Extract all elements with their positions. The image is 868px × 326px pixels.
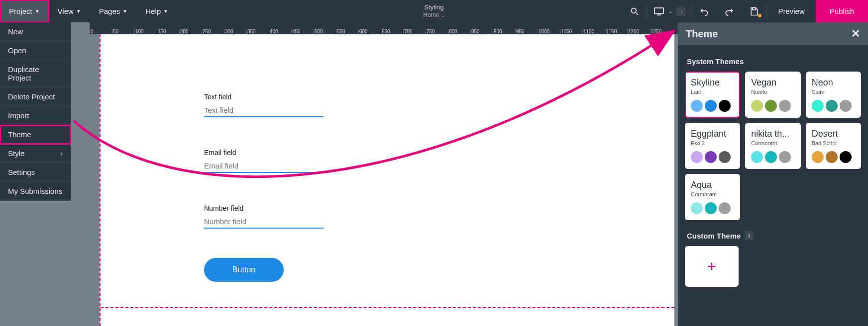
info-badge: i: [676, 7, 685, 16]
topbar-right: ⌄ i Preview Publish: [622, 0, 868, 22]
swatch: [779, 151, 791, 163]
theme-swatches: [751, 100, 794, 112]
swatch: [826, 100, 838, 112]
dropdown-item-delete-project[interactable]: Delete Project: [0, 87, 71, 106]
theme-card-neon[interactable]: NeonCairo: [806, 72, 861, 118]
swatch: [765, 151, 777, 163]
preview-button[interactable]: Preview: [767, 0, 815, 22]
email-field-input[interactable]: [204, 160, 324, 173]
theme-font: Nunito: [751, 89, 794, 95]
number-field-input[interactable]: [204, 215, 324, 229]
text-field-input[interactable]: [204, 104, 324, 117]
theme-card-aqua[interactable]: AquaCormorant: [685, 174, 740, 220]
email-field-group: Email field: [204, 149, 324, 173]
ruler-tick: 750: [426, 22, 448, 34]
theme-font: Cormorant: [691, 191, 734, 197]
menu-label: View: [58, 7, 74, 15]
chevron-down-icon: ▼: [76, 8, 81, 14]
topbar: Project ▼ View ▼ Pages ▼ Help ▼ Styling …: [0, 0, 868, 22]
swatch: [812, 100, 824, 112]
custom-theme-title: Custom Theme i: [687, 231, 859, 240]
save-icon[interactable]: [742, 0, 766, 22]
swatch: [812, 151, 824, 163]
swatch: [840, 151, 852, 163]
ruler-tick: 350: [246, 22, 269, 34]
swatch: [751, 100, 763, 112]
ruler-tick: 500: [314, 22, 336, 34]
menu-pages[interactable]: Pages ▼: [90, 0, 136, 22]
swatch: [705, 202, 717, 214]
project-title: Styling Home ⌄: [423, 3, 444, 19]
title-text: Styling: [423, 3, 444, 11]
svg-point-0: [632, 8, 637, 13]
form-button[interactable]: Button: [204, 258, 284, 282]
close-icon[interactable]: ✕: [851, 27, 860, 40]
info-icon[interactable]: i: [745, 231, 754, 240]
menu-view[interactable]: View ▼: [49, 0, 90, 22]
publish-button[interactable]: Publish: [816, 0, 868, 22]
theme-swatches: [812, 100, 855, 112]
canvas[interactable]: Text field Email field Number field Butt…: [100, 34, 674, 326]
dropdown-item-settings[interactable]: Settings: [0, 163, 71, 182]
theme-swatches: [691, 202, 734, 214]
theme-swatches: [691, 151, 734, 163]
swatch: [705, 100, 717, 112]
swatch: [691, 202, 703, 214]
theme-card-eggplant[interactable]: EggplantExo 2: [685, 123, 740, 169]
ruler-tick: 1150: [605, 22, 627, 34]
dropdown-item-import[interactable]: Import: [0, 106, 71, 125]
dropdown-item-duplicate-project[interactable]: Duplicate Project: [0, 60, 71, 87]
dropdown-item-my-submissions[interactable]: My Submissions: [0, 182, 71, 201]
menu-help[interactable]: Help ▼: [136, 0, 177, 22]
device-selector[interactable]: ⌄ i: [648, 0, 691, 22]
text-field-group: Text field: [204, 93, 324, 117]
ruler-tick: 1200: [627, 22, 650, 34]
redo-icon[interactable]: [717, 0, 742, 22]
chevron-down-icon: ⌄: [668, 8, 672, 14]
theme-font: Cairo: [812, 89, 855, 95]
theme-card-desert[interactable]: DesertBad Script: [806, 123, 861, 169]
ruler-tick: 1050: [560, 22, 582, 34]
svg-rect-4: [753, 7, 756, 9]
add-custom-theme-button[interactable]: +: [685, 246, 739, 287]
search-icon[interactable]: [622, 0, 647, 22]
dropdown-item-style[interactable]: Style: [0, 144, 71, 163]
number-field-label: Number field: [204, 204, 324, 212]
system-themes-grid: SkylineLatoVeganNunitoNeonCairoEggplantE…: [685, 72, 861, 220]
theme-font: Lato: [691, 89, 734, 95]
theme-name: nikita th...: [751, 129, 794, 139]
theme-name: Neon: [812, 78, 855, 88]
swatch: [779, 100, 791, 112]
theme-card-vegan[interactable]: VeganNunito: [745, 72, 800, 118]
swatch: [765, 100, 777, 112]
ruler-tick: 100: [134, 22, 157, 34]
page-subtitle[interactable]: Home ⌄: [423, 11, 444, 19]
plus-icon: +: [707, 257, 717, 276]
menu-label: Help: [145, 7, 161, 15]
swatch: [719, 202, 731, 214]
chevron-down-icon: ▼: [122, 8, 127, 14]
theme-swatches: [751, 151, 794, 163]
theme-name: Skyline: [691, 78, 734, 88]
theme-name: Desert: [812, 129, 855, 139]
dropdown-item-open[interactable]: Open: [0, 41, 71, 60]
ruler-tick: 200: [179, 22, 202, 34]
theme-card-nikita-th-[interactable]: nikita th...Cormorant: [745, 123, 800, 169]
ruler-tick: 700: [403, 22, 426, 34]
chevron-down-icon: ⌄: [441, 12, 445, 18]
undo-icon[interactable]: [692, 0, 717, 22]
dropdown-item-new[interactable]: New: [0, 22, 71, 41]
ruler-tick: 300: [224, 22, 246, 34]
ruler-tick: 650: [381, 22, 403, 34]
ruler-tick: 1250: [650, 22, 672, 34]
ruler-tick: 950: [515, 22, 538, 34]
dropdown-item-theme[interactable]: Theme: [0, 125, 71, 144]
theme-swatches: [691, 100, 734, 112]
text-field-label: Text field: [204, 93, 324, 101]
menu-project[interactable]: Project ▼: [0, 0, 49, 22]
swatch: [691, 151, 703, 163]
ruler-tick: 400: [269, 22, 291, 34]
swatch: [751, 151, 763, 163]
theme-card-skyline[interactable]: SkylineLato: [685, 72, 740, 118]
swatch: [691, 100, 703, 112]
